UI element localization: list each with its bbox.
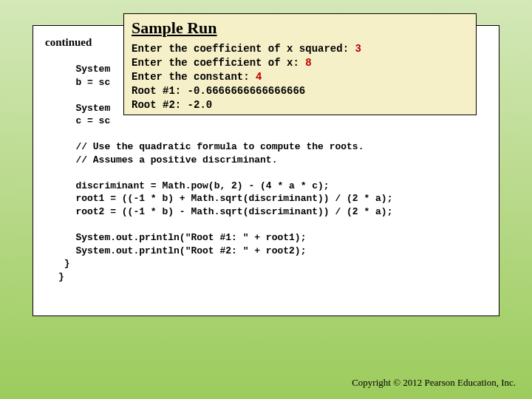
sample-line: Root #1: -0.6666666666666666 <box>132 85 305 97</box>
sample-input: 3 <box>355 43 361 55</box>
sample-run-content: Enter the coefficient of x squared: 3 En… <box>132 42 468 112</box>
copyright-text: Copyright © 2012 Pearson Education, Inc. <box>352 377 516 389</box>
sample-line: Enter the constant: <box>132 71 256 83</box>
slide-area: continued System b = sc System c = sc //… <box>33 13 499 309</box>
sample-input: 4 <box>256 71 262 83</box>
sample-run-title: Sample Run <box>132 18 468 38</box>
sample-input: 8 <box>305 57 311 69</box>
sample-run-box: Sample Run Enter the coefficient of x sq… <box>123 13 477 115</box>
sample-line: Enter the coefficient of x: <box>132 57 305 69</box>
continued-label: continued <box>45 36 92 49</box>
sample-line: Enter the coefficient of x squared: <box>132 43 355 55</box>
sample-line: Root #2: -2.0 <box>132 99 212 111</box>
